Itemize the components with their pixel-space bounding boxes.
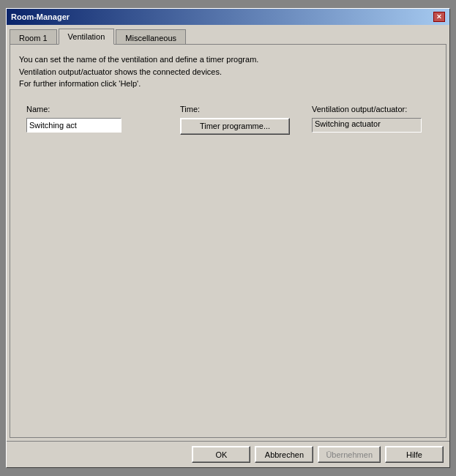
name-label: Name: bbox=[26, 105, 136, 114]
fields-row: Name: Time: Timer programme... Ventilati… bbox=[19, 105, 437, 135]
help-button[interactable]: Hilfe bbox=[385, 446, 444, 463]
info-line2: Ventilation output/actuator shows the co… bbox=[19, 66, 437, 78]
name-field-group: Name: bbox=[26, 105, 136, 133]
time-field-group: Time: Timer programme... bbox=[180, 105, 290, 135]
info-line3: For further information click 'Help'. bbox=[19, 78, 437, 90]
name-input[interactable] bbox=[26, 118, 122, 133]
bottom-bar: OK Abbrechen Übernehmen Hilfe bbox=[7, 441, 449, 467]
title-bar: Room-Manager ✕ bbox=[7, 9, 449, 25]
close-button[interactable]: ✕ bbox=[433, 12, 445, 22]
ventilation-output-field-group: Ventilation output/actuator: Switching a… bbox=[312, 105, 429, 133]
actuator-value: Switching actuator bbox=[312, 118, 422, 133]
cancel-button[interactable]: Abbrechen bbox=[255, 446, 313, 463]
window-content: Room 1 Ventilation Miscellaneous You can… bbox=[7, 25, 449, 441]
apply-button[interactable]: Übernehmen bbox=[318, 446, 381, 463]
info-text: You can set the name of the ventilation … bbox=[19, 53, 437, 90]
timer-programme-button[interactable]: Timer programme... bbox=[180, 118, 290, 135]
tab-bar: Room 1 Ventilation Miscellaneous bbox=[10, 28, 446, 44]
tab-room1[interactable]: Room 1 bbox=[10, 29, 57, 45]
tab-ventilation[interactable]: Ventilation bbox=[59, 29, 115, 45]
tab-miscellaneous[interactable]: Miscellaneous bbox=[116, 29, 186, 45]
info-line1: You can set the name of the ventilation … bbox=[19, 53, 437, 66]
tab-content-ventilation: You can set the name of the ventilation … bbox=[10, 44, 446, 438]
ok-button[interactable]: OK bbox=[192, 446, 250, 463]
window-title: Room-Manager bbox=[11, 12, 70, 21]
main-window: Room-Manager ✕ Room 1 Ventilation Miscel… bbox=[6, 8, 450, 468]
ventilation-output-label: Ventilation output/actuator: bbox=[312, 105, 429, 114]
time-label: Time: bbox=[180, 105, 290, 114]
